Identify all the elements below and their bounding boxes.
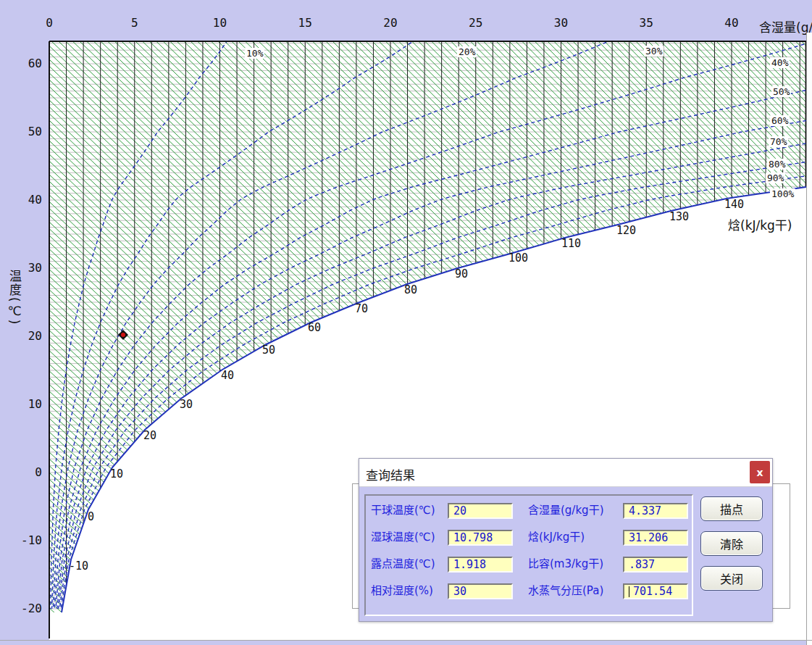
rh-label-30pct: 30% <box>644 46 664 57</box>
field-input-left-0[interactable]: 20 <box>448 503 513 519</box>
enthalpy-label-50: 50 <box>262 344 275 357</box>
enthalpy-label-80: 80 <box>404 283 417 296</box>
state-point-marker-center <box>121 333 125 337</box>
field-label-right-0: 含湿量(g/kg干) <box>528 502 604 518</box>
x-axis-title: 含湿量(g/kg干) <box>759 17 812 36</box>
field-label-right-3: 水蒸气分压(Pa) <box>528 583 603 599</box>
query-result-dialog: 查询结果 x 干球温度(℃)20湿球温度(℃)10.798露点温度(℃)1.91… <box>359 458 773 622</box>
x-tick-20: 20 <box>374 16 406 30</box>
field-label-left-3: 相对湿度(%) <box>371 583 433 599</box>
enthalpy-label-140: 140 <box>724 198 744 211</box>
field-label-right-1: 焓(kJ/kg干) <box>528 529 585 545</box>
enthalpy-label-130: 130 <box>669 210 689 223</box>
enthalpy-axis-title: 焓(kJ/kg干) <box>728 215 792 233</box>
close-button[interactable]: 关闭 <box>700 566 763 591</box>
background-window-right-edge <box>806 33 812 645</box>
enthalpy-label-120: 120 <box>616 224 636 237</box>
field-input-right-0[interactable]: 4.337 <box>623 503 688 519</box>
field-value-right-3: 701.54 <box>633 585 672 598</box>
field-value-left-2: 1.918 <box>453 558 486 571</box>
enthalpy-label-100: 100 <box>508 251 528 265</box>
rh-label-20pct: 20% <box>457 46 477 57</box>
rh-label-40pct: 40% <box>770 57 790 68</box>
enthalpy-label--10: -10 <box>69 559 88 573</box>
enthalpy-label-90: 90 <box>455 267 468 280</box>
dialog-titlebar[interactable]: 查询结果 x <box>359 459 772 487</box>
y-tick--10: -10 <box>6 533 42 547</box>
field-value-right-2: .837 <box>629 558 655 571</box>
x-tick-0: 0 <box>33 16 65 30</box>
field-input-right-3[interactable]: 701.54 <box>623 583 688 599</box>
field-input-right-2[interactable]: .837 <box>623 557 688 573</box>
rh-label-60pct: 60% <box>770 115 790 126</box>
field-value-left-3: 30 <box>453 585 466 598</box>
x-tick-5: 5 <box>119 16 151 30</box>
y-tick-0: 0 <box>6 465 42 479</box>
y-tick-30: 30 <box>6 261 42 275</box>
x-tick-15: 15 <box>289 16 321 30</box>
rh-label-10pct: 10% <box>245 48 264 59</box>
field-input-right-1[interactable]: 31.206 <box>623 530 688 546</box>
plot-point-button[interactable]: 描点 <box>700 496 763 521</box>
enthalpy-label-30: 30 <box>180 398 193 411</box>
rh-label-100pct: 100% <box>770 188 795 199</box>
enthalpy-label-60: 60 <box>308 321 321 334</box>
field-value-left-1: 10.798 <box>453 531 493 544</box>
y-tick-40: 40 <box>6 193 42 207</box>
field-value-right-0: 4.337 <box>629 504 661 517</box>
field-label-left-1: 湿球温度(℃) <box>371 529 435 545</box>
dialog-title: 查询结果 <box>366 465 415 483</box>
y-tick-60: 60 <box>6 57 42 70</box>
field-label-right-2: 比容(m3/kg干) <box>528 556 603 572</box>
y-tick-20: 20 <box>6 329 42 343</box>
y-tick-10: 10 <box>6 397 42 411</box>
field-input-left-2[interactable]: 1.918 <box>448 557 513 573</box>
y-axis-title: 温度(℃) <box>6 270 24 325</box>
field-label-left-0: 干球温度(℃) <box>371 502 435 518</box>
enthalpy-label-110: 110 <box>561 237 581 250</box>
field-input-left-1[interactable]: 10.798 <box>448 530 513 546</box>
text-cursor <box>629 586 629 597</box>
y-tick-50: 50 <box>6 125 42 138</box>
field-label-left-2: 露点温度(℃) <box>371 556 435 572</box>
x-tick-40: 40 <box>716 16 748 30</box>
clear-button[interactable]: 清除 <box>700 531 763 556</box>
enthalpy-label-40: 40 <box>221 369 234 382</box>
rh-label-70pct: 70% <box>769 136 788 147</box>
rh-label-90pct: 90% <box>766 172 785 183</box>
enthalpy-label-20: 20 <box>143 429 156 442</box>
enthalpy-label-10: 10 <box>110 467 123 480</box>
x-tick-10: 10 <box>204 16 236 30</box>
field-value-right-1: 31.206 <box>629 531 668 544</box>
x-tick-30: 30 <box>545 16 577 30</box>
field-input-left-3[interactable]: 30 <box>448 583 513 599</box>
x-tick-35: 35 <box>630 16 662 30</box>
window-bottom-border <box>0 640 812 641</box>
rh-label-50pct: 50% <box>771 86 791 97</box>
close-icon[interactable]: x <box>750 461 770 483</box>
rh-label-80pct: 80% <box>767 159 787 170</box>
enthalpy-label-0: 0 <box>88 510 94 523</box>
x-tick-25: 25 <box>460 16 492 30</box>
field-value-left-0: 20 <box>453 504 466 517</box>
app-window: { "window": { "background": "#c7c7ef" },… <box>0 0 812 645</box>
enthalpy-label-70: 70 <box>355 302 368 315</box>
y-tick--20: -20 <box>6 602 42 615</box>
